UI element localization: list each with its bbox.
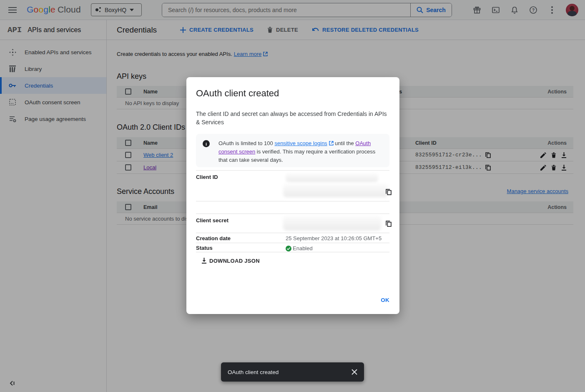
download-icon — [201, 258, 207, 264]
client-id-label: Client ID — [196, 171, 286, 201]
copy-icon[interactable] — [386, 189, 392, 195]
sensitive-scope-logins-link[interactable]: sensitive scope logins — [274, 140, 327, 146]
client-id-redacted — [286, 173, 378, 182]
snackbar-message: OAuth client created — [228, 369, 279, 375]
info-icon: i — [203, 140, 210, 147]
notice-banner: i OAuth is limited to 100 sensitive scop… — [196, 134, 389, 167]
notice-text: OAuth is limited to 100 sensitive scope … — [218, 139, 383, 162]
dialog-description: The client ID and secret can always be a… — [196, 110, 390, 126]
snackbar: OAuth client created — [221, 362, 364, 382]
creation-date-value: 25 September 2023 at 10:26:05 GMT+5 — [286, 233, 389, 243]
close-icon[interactable] — [352, 369, 357, 375]
notice-mid: until the — [334, 140, 356, 146]
status-row: Status Enabled — [196, 243, 389, 252]
dialog-fields: Client ID Client secret Creation date 25… — [196, 170, 389, 252]
check-icon — [286, 246, 291, 251]
dialog-title: OAuth client created — [196, 88, 279, 99]
spacer-row — [196, 201, 389, 214]
client-secret-redacted — [283, 216, 381, 231]
external-link-icon — [329, 141, 334, 146]
download-json-button[interactable]: DOWNLOAD JSON — [201, 258, 260, 264]
client-secret-label: Client secret — [196, 214, 286, 233]
copy-icon[interactable] — [386, 221, 392, 227]
status-value: Enabled — [293, 245, 313, 251]
creation-date-label: Creation date — [196, 233, 286, 243]
oauth-client-created-dialog: OAuth client created The client ID and s… — [186, 77, 399, 314]
client-id-row: Client ID — [196, 170, 389, 201]
ok-button[interactable]: OK — [381, 297, 389, 303]
status-label: Status — [196, 243, 286, 252]
client-secret-row: Client secret — [196, 214, 389, 233]
download-json-label: DOWNLOAD JSON — [209, 258, 260, 264]
notice-pre: OAuth is limited to 100 — [218, 140, 274, 146]
creation-date-row: Creation date 25 September 2023 at 10:26… — [196, 233, 389, 243]
client-id-redacted — [283, 183, 388, 197]
